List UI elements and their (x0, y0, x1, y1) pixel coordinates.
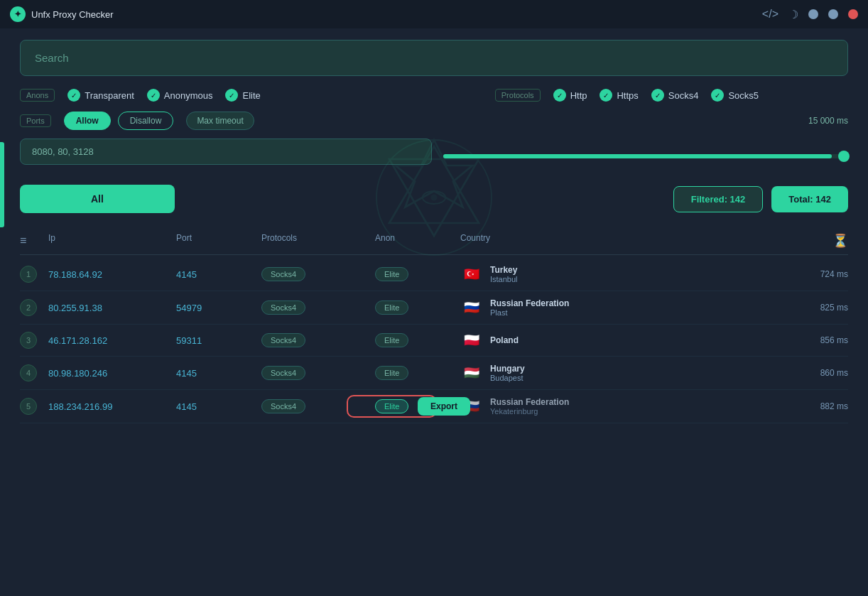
port-5: 4145 (176, 401, 261, 412)
ports-input[interactable]: 8080, 80, 3128 (20, 139, 432, 165)
anonymous-label: Anonymous (164, 90, 213, 101)
svg-point-3 (423, 191, 445, 204)
https-label: Https (617, 90, 638, 101)
total-button[interactable]: Total: 142 (771, 186, 848, 212)
titlebar-controls: </> ☽ (762, 8, 858, 21)
disallow-button[interactable]: Disallow (118, 112, 174, 130)
protocols-header: Protocols (261, 233, 375, 249)
ip-header: Ip (48, 233, 176, 249)
socks5-check-icon: ✓ (711, 89, 724, 102)
socks4-label: Socks4 (668, 90, 699, 101)
latency-1: 724 ms (763, 269, 848, 279)
row-num-5: 5 (20, 398, 48, 415)
filtered-button[interactable]: Filtered: 142 (673, 186, 764, 212)
ip-1[interactable]: 78.188.64.92 (48, 269, 176, 280)
search-bar[interactable]: Search (20, 40, 848, 76)
country-header: Country (460, 233, 763, 249)
sort-icon-header[interactable]: ⏳ (763, 233, 848, 249)
table-row: 3 46.171.28.162 59311 Socks4 Elite 🇵🇱 Po… (20, 325, 848, 357)
elite-checkbox[interactable]: ✓ Elite (225, 89, 260, 102)
table-header: ≡ Ip Port Protocols Anon Country ⏳ (20, 227, 848, 255)
timeout-slider[interactable] (443, 154, 848, 158)
moon-icon[interactable]: ☽ (788, 8, 798, 21)
port-2: 54979 (176, 303, 261, 313)
accent-bar (0, 142, 4, 227)
ports-label: Ports (20, 114, 51, 127)
ip-2[interactable]: 80.255.91.38 (48, 303, 176, 313)
ip-3[interactable]: 46.171.28.162 (48, 335, 176, 346)
ports-value: 8080, 80, 3128 (32, 146, 94, 157)
port-4: 4145 (176, 368, 261, 379)
main-content: Search Anons ✓ Transparent ✓ Anonymous ✓… (0, 28, 868, 435)
port-3: 59311 (176, 335, 261, 346)
country-3: 🇵🇱 Poland (460, 332, 763, 348)
table-row: 4 80.98.180.246 4145 Socks4 Elite 🇭🇺 Hun… (20, 357, 848, 390)
protocol-2: Socks4 (261, 300, 375, 315)
titlebar-left: ✦ Unfx Proxy Checker (10, 6, 114, 22)
port-1: 4145 (176, 269, 261, 280)
transparent-checkbox[interactable]: ✓ Transparent (67, 89, 134, 102)
elite-label: Elite (242, 90, 260, 101)
socks4-checkbox[interactable]: ✓ Socks4 (651, 89, 699, 102)
https-check-icon: ✓ (600, 89, 612, 102)
maximize-button[interactable] (828, 9, 838, 19)
table-row: 1 78.188.64.92 4145 Socks4 Elite 🇹🇷 Turk… (20, 258, 848, 291)
row-num-3: 3 (20, 332, 48, 349)
anon-3: Elite (375, 333, 460, 347)
latency-4: 860 ms (763, 368, 848, 378)
anon-1: Elite (375, 267, 460, 281)
anon-4: Elite (375, 366, 460, 380)
anon-5: Elite Export (375, 399, 460, 413)
socks5-label: Socks5 (728, 90, 759, 101)
slider-thumb[interactable] (838, 151, 850, 162)
row-num-4: 4 (20, 364, 48, 381)
ip-4[interactable]: 80.98.180.246 (48, 368, 176, 379)
anons-protocols-row: Anons ✓ Transparent ✓ Anonymous ✓ Elite … (20, 89, 848, 102)
protocol-1: Socks4 (261, 267, 375, 281)
list-icon-header: ≡ (20, 233, 48, 249)
http-checkbox[interactable]: ✓ Http (553, 89, 587, 102)
http-check-icon: ✓ (553, 89, 566, 102)
allow-button[interactable]: Allow (64, 112, 111, 130)
anon-types: ✓ Transparent ✓ Anonymous ✓ Elite (67, 89, 261, 102)
latency-5: 882 ms (763, 401, 848, 411)
protocol-5: Socks4 (261, 399, 375, 413)
titlebar: ✦ Unfx Proxy Checker </> ☽ (0, 0, 868, 28)
country-4: 🇭🇺 Hungary Budapest (460, 364, 763, 382)
transparent-check-icon: ✓ (67, 89, 80, 102)
table-row: 5 188.234.216.99 4145 Socks4 Elite Expor… (20, 390, 848, 423)
protocols-label: Protocols (495, 89, 541, 102)
ports-slider-row: 8080, 80, 3128 (20, 139, 848, 173)
latency-2: 825 ms (763, 303, 848, 313)
ip-5[interactable]: 188.234.216.99 (48, 401, 176, 412)
anonymous-checkbox[interactable]: ✓ Anonymous (147, 89, 213, 102)
country-1: 🇹🇷 Turkey Istanbul (460, 265, 763, 283)
elite-check-icon: ✓ (225, 89, 238, 102)
slider-fill (443, 154, 832, 158)
table-rows: 1 78.188.64.92 4145 Socks4 Elite 🇹🇷 Turk… (20, 258, 848, 423)
app-title: Unfx Proxy Checker (31, 9, 114, 20)
transparent-label: Transparent (85, 90, 134, 101)
table-row: 2 80.255.91.38 54979 Socks4 Elite 🇷🇺 Rus… (20, 291, 848, 325)
export-button[interactable]: Export (418, 397, 470, 416)
max-timeout-label: Max timeout (186, 112, 254, 130)
https-checkbox[interactable]: ✓ Https (600, 89, 638, 102)
socks5-checkbox[interactable]: ✓ Socks5 (711, 89, 759, 102)
minimize-button[interactable] (808, 9, 818, 19)
anon-header: Anon (375, 233, 460, 249)
all-button[interactable]: All (20, 185, 175, 213)
stats-area: Filtered: 142 Total: 142 (673, 186, 848, 212)
search-placeholder: Search (35, 52, 69, 64)
anons-label: Anons (20, 89, 55, 102)
port-header: Port (176, 233, 261, 249)
protocol-3: Socks4 (261, 333, 375, 347)
protocol-types: ✓ Http ✓ Https ✓ Socks4 ✓ Socks5 (553, 89, 759, 102)
timeout-value: 15 000 ms (808, 116, 848, 126)
code-icon[interactable]: </> (762, 8, 779, 21)
action-row: All Filtered: 142 Total: 142 (20, 185, 848, 213)
country-2: 🇷🇺 Russian Federation Plast (460, 298, 763, 317)
anonymous-check-icon: ✓ (147, 89, 160, 102)
country-5: 🇷🇺 Russian Federation Yekaterinburg (460, 397, 763, 416)
close-button[interactable] (848, 9, 858, 19)
app-logo: ✦ (10, 6, 26, 22)
